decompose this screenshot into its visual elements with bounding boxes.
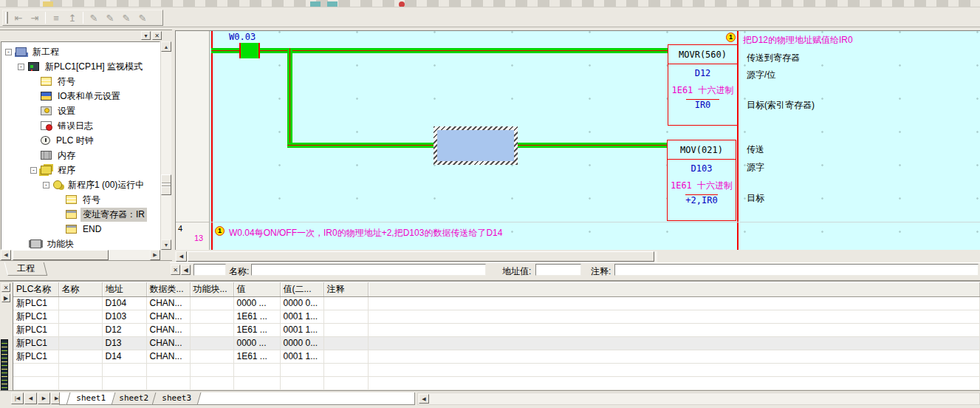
cell-address[interactable]: D103 xyxy=(102,310,146,323)
tree-vertical-scrollbar[interactable]: ▲ ▼ xyxy=(160,41,171,250)
cell-name[interactable] xyxy=(58,310,102,323)
ladder-horizontal-scrollbar[interactable]: ◀ xyxy=(175,251,657,262)
contact-energized[interactable] xyxy=(241,43,258,58)
tree-expand-toggle[interactable]: - xyxy=(43,182,49,188)
watch-expand-button[interactable]: ▶ xyxy=(1,293,10,302)
align-top-icon[interactable]: ↥ xyxy=(64,11,80,24)
tree-item-index-register-section[interactable]: 变址寄存器：IR xyxy=(1,207,160,222)
watch-horizontal-scrollbar[interactable]: ◀ xyxy=(417,392,980,405)
scroll-left-icon[interactable]: ◀ xyxy=(419,394,429,404)
cell-comment[interactable] xyxy=(323,310,368,323)
tree-expand-toggle[interactable]: - xyxy=(30,167,37,174)
cell-comment[interactable] xyxy=(323,296,368,310)
watch-row-empty[interactable] xyxy=(13,363,980,376)
cell-binary[interactable]: 0000 0... xyxy=(280,296,323,310)
indent-left-icon[interactable]: ⇤ xyxy=(10,11,27,24)
watch-row[interactable]: 新PLC1D14CHAN...1E61 ...0001 1... xyxy=(13,350,980,363)
scroll-right-icon[interactable]: ▶ xyxy=(150,250,160,260)
tree-vscroll-thumb[interactable] xyxy=(161,174,171,195)
tree-hscroll-thumb[interactable] xyxy=(13,250,109,260)
force-clear-icon[interactable]: ✎ xyxy=(134,11,151,24)
cell-name[interactable] xyxy=(58,350,102,363)
cell-value[interactable]: 0000 ... xyxy=(233,336,280,350)
tree-item-programs[interactable]: -程序 xyxy=(1,163,160,177)
watch-row-empty[interactable] xyxy=(13,376,980,390)
scroll-left-icon[interactable]: ◀ xyxy=(1,250,11,260)
cell-address[interactable]: D104 xyxy=(102,296,146,310)
col-value[interactable]: 值 xyxy=(233,282,280,296)
selected-cell[interactable] xyxy=(434,126,518,165)
force-cancel-icon[interactable]: ✎ xyxy=(118,11,134,24)
force-off-icon[interactable]: ✎ xyxy=(102,11,118,24)
force-on-icon[interactable]: ✎ xyxy=(86,11,102,24)
tree-horizontal-scrollbar[interactable]: ◀ ▶ xyxy=(1,250,160,260)
watch-close-button[interactable]: ✕ xyxy=(1,283,10,292)
name-input[interactable] xyxy=(251,264,486,276)
col-fb[interactable]: 功能块... xyxy=(190,282,233,296)
cell-address[interactable]: D13 xyxy=(102,336,146,350)
cell-value[interactable]: 0000 ... xyxy=(233,296,280,310)
cell-type[interactable]: CHAN... xyxy=(146,310,190,323)
cell-fb[interactable] xyxy=(190,323,233,336)
watch-row-selected[interactable]: 新PLC1D13CHAN...0000 ...0000 0... xyxy=(13,336,980,350)
cell-comment[interactable] xyxy=(323,323,368,336)
tree-expand-toggle[interactable]: - xyxy=(5,49,12,55)
tree-item-memory[interactable]: 内存 xyxy=(1,148,160,163)
tab-nav-next[interactable]: ▶ xyxy=(38,392,50,404)
tree-item-project-root[interactable]: -新工程 xyxy=(1,44,160,59)
tab-project[interactable]: 工程 xyxy=(4,262,47,276)
tab-sheet3[interactable]: sheet3 xyxy=(152,392,202,405)
col-plc-name[interactable]: PLC名称 xyxy=(13,282,58,296)
cell-name[interactable] xyxy=(58,336,102,350)
workspace-close-button[interactable]: ✕ xyxy=(152,31,162,40)
cell-name[interactable] xyxy=(58,323,102,336)
col-data-type[interactable]: 数据类... xyxy=(146,282,190,296)
ladder-hscroll-thumb[interactable] xyxy=(188,251,654,262)
tab-sheet1[interactable]: sheet1 xyxy=(66,392,116,405)
workspace-dropdown-button[interactable]: ▾ xyxy=(141,31,151,40)
cell-fb[interactable] xyxy=(190,296,233,310)
cell-plc[interactable]: 新PLC1 xyxy=(13,323,58,336)
cell-binary[interactable]: 0001 1... xyxy=(280,310,323,323)
cell-binary[interactable]: 0001 1... xyxy=(280,323,323,336)
scroll-left-icon[interactable]: ◀ xyxy=(176,251,187,262)
align-rungs-icon[interactable]: ≡ xyxy=(48,11,64,24)
col-address[interactable]: 地址 xyxy=(102,282,146,296)
cell-binary[interactable]: 0001 1... xyxy=(280,350,323,363)
toolbar-icon-clipped-record[interactable] xyxy=(399,1,405,7)
cell-value[interactable]: 1E61 ... xyxy=(233,310,280,323)
cell-type[interactable]: CHAN... xyxy=(146,336,190,350)
fieldbar-close-button[interactable]: ✕ xyxy=(171,265,180,275)
tree-item-error-log[interactable]: 错误日志 xyxy=(1,118,160,133)
cell-plc[interactable]: 新PLC1 xyxy=(13,310,58,323)
watch-row[interactable]: 新PLC1D104CHAN...0000 ...0000 0... xyxy=(13,296,980,310)
toolbar-icon-clipped-yellow[interactable] xyxy=(43,1,53,7)
cell-fb[interactable] xyxy=(190,350,233,363)
tree-item-io-table[interactable]: IO表和单元设置 xyxy=(1,89,160,103)
fieldbar-collapse-button[interactable]: ◀ xyxy=(181,265,191,275)
cell-value[interactable]: 1E61 ... xyxy=(233,323,280,336)
cell-type[interactable]: CHAN... xyxy=(146,296,190,310)
tree-item-settings[interactable]: 设置 xyxy=(1,103,160,118)
tree-item-plc[interactable]: -新PLC1[CP1H] 监视模式 xyxy=(1,59,160,74)
cell-fb[interactable] xyxy=(190,310,233,323)
col-value-binary[interactable]: 值(二... xyxy=(280,282,323,296)
toolbar-gripper[interactable] xyxy=(5,12,8,24)
cell-address[interactable]: D14 xyxy=(102,350,146,363)
instruction-block-mov[interactable]: MOV(021) D103 1E61 十六进制 +2,IR0 xyxy=(667,140,736,221)
address-value-input[interactable] xyxy=(535,264,581,276)
cell-comment[interactable] xyxy=(323,350,368,363)
cell-binary[interactable]: 0000 0... xyxy=(280,336,323,350)
tree-item-end-section[interactable]: END xyxy=(1,222,160,237)
cell-fb[interactable] xyxy=(190,336,233,350)
cell-plc[interactable]: 新PLC1 xyxy=(13,296,58,310)
scroll-up-icon[interactable]: ▲ xyxy=(161,41,171,52)
scroll-down-icon[interactable]: ▼ xyxy=(161,239,171,250)
cell-type[interactable]: CHAN... xyxy=(146,350,190,363)
cell-comment[interactable] xyxy=(323,336,368,350)
tree-item-program-symbols[interactable]: 符号 xyxy=(1,192,160,207)
tree-item-function-blocks[interactable]: 功能块 xyxy=(1,237,160,250)
cell-value[interactable]: 1E61 ... xyxy=(233,350,280,363)
cell-plc[interactable]: 新PLC1 xyxy=(13,336,58,350)
tab-sheet2[interactable]: sheet2 xyxy=(109,392,159,405)
